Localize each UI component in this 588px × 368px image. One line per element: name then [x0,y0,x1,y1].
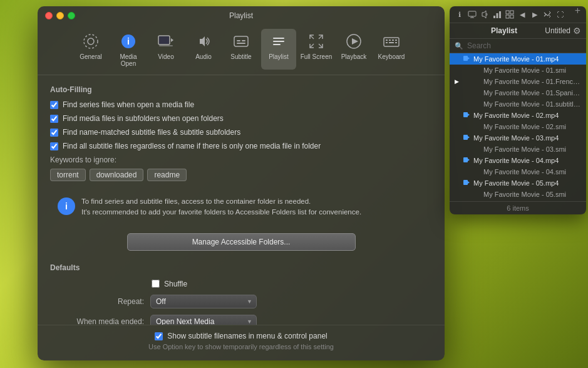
svg-rect-41 [463,56,468,61]
close-button[interactable] [45,12,53,19]
svg-rect-28 [389,42,394,43]
repeat-select[interactable]: Off One All [150,295,257,308]
keywords-label: Keywords to ignore: [50,155,432,164]
toolbar-item-keyboard[interactable]: Keyboard [374,29,409,70]
find-all-subtitle-checkbox[interactable] [50,142,58,150]
rp-audio-icon[interactable] [480,9,490,19]
svg-rect-39 [506,15,509,18]
svg-rect-14 [273,41,284,42]
rp-prev-icon[interactable]: ◀ [517,9,527,19]
toolbar-item-fullscreen[interactable]: Full Screen [299,29,334,70]
playlist-item-5[interactable]: My Favorite Movie - 01.subtitle.zip [450,98,586,110]
playlist-item-2[interactable]: My Favorite Movie - 01.smi [450,65,586,76]
toolbar-item-subtitle[interactable]: Subtitle [224,29,259,70]
playlist-item-11[interactable]: My Favorite Movie - 04.smi [450,166,586,177]
minimize-button[interactable] [56,12,64,19]
playlist-label: Playlist [269,53,289,60]
find-media-label: Find media files in subfolders when open… [63,114,224,123]
svg-rect-10 [237,40,240,41]
svg-rect-5 [159,36,169,44]
shuffle-row: Shuffle [50,280,432,288]
show-subtitle-checkbox[interactable] [155,332,163,340]
playlist-item-10[interactable]: My Favorite Movie - 04.mp4 [450,155,586,166]
general-icon [81,31,101,51]
playlist-item-12[interactable]: My Favorite Movie - 05.mp4 [450,177,586,189]
keyword-tags: torrent downloaded readme [50,169,432,181]
repeat-row: Repeat: Off One All [50,295,432,308]
when-media-ended-label: When media ended: [50,317,150,325]
rp-grid-icon[interactable] [505,9,515,19]
svg-line-19 [319,44,322,48]
svg-rect-26 [395,39,397,41]
video-file-icon [463,55,471,63]
when-media-ended-row: When media ended: Open Next Media Stop L… [50,315,432,325]
svg-marker-21 [352,38,358,45]
toolbar-item-playback[interactable]: Playback [336,29,371,70]
svg-rect-36 [499,11,501,18]
playlist-item-13[interactable]: My Favorite Movie - 05.smi [450,189,586,200]
playlist-item-7[interactable]: My Favorite Movie - 02.smi [450,121,586,132]
svg-rect-24 [389,39,391,41]
svg-rect-23 [386,39,388,41]
svg-rect-7 [159,45,173,46]
video-label: Video [158,53,173,60]
item-text: My Favorite Movie - 01.mp4 [473,55,559,63]
shuffle-checkbox[interactable] [152,280,160,288]
keyword-torrent[interactable]: torrent [50,169,86,181]
audio-label: Audio [195,53,212,60]
svg-rect-25 [392,39,394,41]
toolbar-item-general[interactable]: General [73,29,108,70]
rp-playlist-bar: Playlist Untitled ⚙ [450,23,586,39]
svg-rect-15 [273,44,281,45]
rp-next-icon[interactable]: ▶ [530,9,540,19]
rp-info-icon[interactable]: ℹ [455,9,465,19]
keyword-readme[interactable]: readme [147,169,187,181]
repeat-select-wrapper: Off One All [150,295,257,308]
svg-rect-37 [506,11,509,14]
traffic-lights [45,12,75,19]
playlist-item-9[interactable]: My Favorite Movie - 03.smi [450,144,586,155]
svg-line-17 [319,35,322,39]
search-input[interactable] [467,41,581,50]
rp-gear-icon[interactable]: ⚙ [573,26,581,36]
rp-screen-icon[interactable] [467,9,477,19]
playlist-item-8[interactable]: My Favorite Movie - 03.mp4 [450,132,586,144]
shuffle-label: Shuffle [164,280,187,288]
find-series-checkbox[interactable] [50,101,58,109]
rp-chart-icon[interactable] [492,9,502,19]
playlist-item-4[interactable]: My Favorite Movie - 01.Spanish.srt [450,87,586,98]
svg-rect-40 [510,15,513,18]
find-subtitle-label: Find name-matched subtitle files & subti… [63,128,240,137]
svg-marker-42 [468,57,470,60]
item-text: My Favorite Movie - 02.smi [473,123,566,130]
toolbar-item-audio[interactable]: Audio [186,29,221,70]
toolbar-item-media-open[interactable]: i Media Open [111,29,146,70]
checkbox-row-2: Find media files in subfolders when open… [50,114,432,123]
item-text: My Favorite Movie - 05.mp4 [473,179,559,187]
playlist-item-1[interactable]: My Favorite Movie - 01.mp4 [450,53,586,65]
toolbar-item-video[interactable]: Video [148,29,183,70]
manage-accessible-folders-button[interactable]: Manage Accessible Folders... [127,233,356,251]
auto-filling-title: Auto-Filling [50,85,432,94]
svg-marker-44 [468,113,470,116]
keyword-downloaded[interactable]: downloaded [90,169,144,181]
rp-expand-icon[interactable]: ⛶ [555,9,565,19]
zoom-button[interactable] [68,12,75,19]
video-icon [156,31,176,51]
keyboard-label: Keyboard [378,53,405,60]
rp-search-bar: 🔍 [450,39,586,53]
rp-shuffle-icon[interactable] [542,9,552,19]
find-subtitle-checkbox[interactable] [50,129,58,137]
find-media-checkbox[interactable] [50,115,58,123]
toolbar-item-playlist[interactable]: Playlist [261,29,296,70]
video-file-icon [463,157,471,164]
svg-marker-33 [482,11,486,18]
when-media-ended-select[interactable]: Open Next Media Stop Loop Do Nothing [150,315,257,325]
playlist-item-3[interactable]: ▶My Favorite Movie - 01.French.srt [450,76,586,87]
rp-playlist: My Favorite Movie - 01.mp4My Favorite Mo… [450,53,586,201]
item-text: My Favorite Movie - 01.smi [473,66,566,74]
item-text: My Favorite Movie - 03.mp4 [473,134,559,142]
expand-icon[interactable]: + [575,5,580,16]
svg-rect-38 [510,11,513,14]
playlist-item-6[interactable]: My Favorite Movie - 02.mp4 [450,110,586,121]
